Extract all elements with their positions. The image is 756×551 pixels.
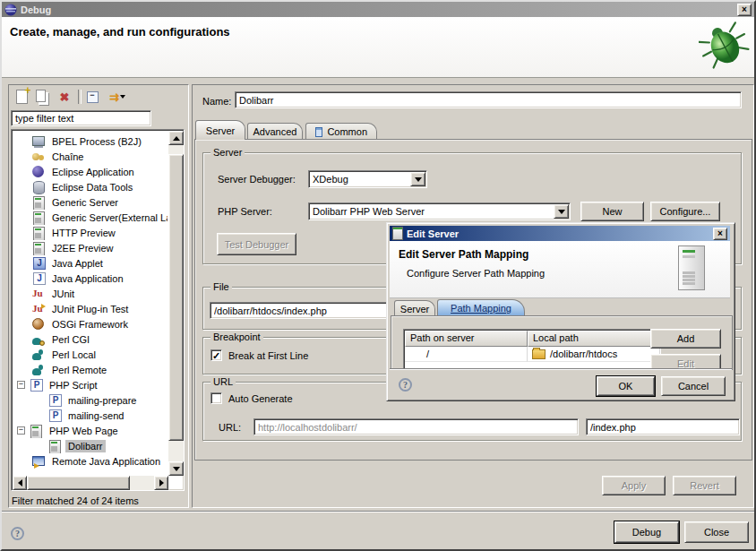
horizontal-scroll-thumb[interactable] xyxy=(27,476,130,490)
tree-item-php-script[interactable]: −PHP Script xyxy=(13,377,168,392)
url-base-input xyxy=(253,418,579,435)
revert-button[interactable]: Revert xyxy=(673,476,736,495)
filter-input[interactable] xyxy=(11,110,151,126)
chain-icon xyxy=(31,150,46,164)
combo-dropdown-icon[interactable] xyxy=(410,172,425,186)
server-tower-icon xyxy=(678,245,705,290)
tab-advanced[interactable]: Advanced xyxy=(247,123,303,140)
dialog-close-button[interactable]: × xyxy=(713,228,727,240)
perl-cgi-icon xyxy=(31,332,46,347)
add-mapping-button[interactable]: Add xyxy=(650,329,721,349)
dialog-header: Edit Server Path Mapping Configure Serve… xyxy=(390,241,730,298)
filter-configurations-icon[interactable]: ⇉ xyxy=(104,88,131,106)
bug-icon xyxy=(699,20,751,70)
dialog-tab-path-mapping[interactable]: Path Mapping xyxy=(437,299,525,316)
java-application-icon xyxy=(31,271,46,286)
window-close-button[interactable]: × xyxy=(737,4,752,16)
tab-common[interactable]: Common xyxy=(305,123,377,140)
url-label: URL: xyxy=(219,422,241,433)
delete-configuration-icon[interactable]: ✖ xyxy=(55,88,74,106)
server-group-title: Server xyxy=(210,147,245,158)
break-first-line-checkbox[interactable]: ✓ xyxy=(210,349,222,361)
configuration-tree: BPEL Process (B2J) Chaîne Eclipse Applic… xyxy=(11,129,185,491)
tab-server[interactable]: Server xyxy=(195,120,245,140)
server-icon xyxy=(31,211,46,225)
test-debugger-button[interactable]: Test Debugger xyxy=(217,233,296,255)
server-icon xyxy=(47,439,62,453)
tree-item-java-applet[interactable]: Java Applet xyxy=(13,255,168,271)
close-button[interactable]: Close xyxy=(684,521,749,543)
tree-item-j2ee-preview[interactable]: J2EE Preview xyxy=(13,240,168,255)
tree-item-perl-remote[interactable]: Perl Remote xyxy=(13,362,168,377)
tree-item-chaine[interactable]: Chaîne xyxy=(13,149,168,164)
cancel-button[interactable]: Cancel xyxy=(661,376,726,396)
tree-item-generic-server-external[interactable]: Generic Server(External La xyxy=(13,210,168,225)
server-icon xyxy=(392,227,403,240)
tree-item-junit[interactable]: JUnit xyxy=(13,286,168,301)
url-group-title: URL xyxy=(210,376,236,387)
tree-vertical-scrollbar[interactable] xyxy=(168,131,184,476)
column-header-path-on-server[interactable]: Path on server xyxy=(405,331,528,347)
tree-item-dolibarr[interactable]: Dolibarr xyxy=(13,438,168,453)
column-header-local-path[interactable]: Local path xyxy=(528,331,660,347)
tree-item-generic-server[interactable]: Generic Server xyxy=(13,194,168,210)
vertical-scroll-thumb[interactable] xyxy=(168,154,184,441)
tree-item-http-preview[interactable]: HTTP Preview xyxy=(13,225,168,240)
tree-rows: BPEL Process (B2J) Chaîne Eclipse Applic… xyxy=(13,133,168,469)
php-icon xyxy=(47,393,62,408)
collapse-toggle[interactable]: − xyxy=(17,426,25,435)
combo-dropdown-icon[interactable] xyxy=(554,204,569,219)
collapse-toggle[interactable]: − xyxy=(17,381,25,389)
tree-item-eclipse-data-tools[interactable]: Eclipse Data Tools xyxy=(13,179,168,194)
server-icon xyxy=(31,195,46,210)
php-icon xyxy=(47,409,62,423)
tree-item-junit-plugin-test[interactable]: JUnit Plug-in Test xyxy=(13,301,168,316)
ok-button[interactable]: OK xyxy=(597,376,655,396)
configurations-panel: ✖ − ⇉ BPEL Process (B2J) Chaîne Eclipse … xyxy=(8,84,189,508)
dialog-button-bar: ? OK Cancel xyxy=(390,368,732,399)
server-debugger-combo[interactable]: XDebug xyxy=(308,170,427,188)
remote-java-icon xyxy=(31,454,46,469)
tree-item-java-application[interactable]: Java Application xyxy=(13,271,168,286)
scroll-down-button[interactable] xyxy=(168,461,184,476)
tree-item-perl-cgi[interactable]: Perl CGI xyxy=(13,331,168,347)
junit-icon xyxy=(31,287,46,301)
tree-item-php-web-page[interactable]: −PHP Web Page xyxy=(13,423,168,438)
duplicate-configuration-icon[interactable] xyxy=(33,88,53,106)
configure-server-button[interactable]: Configure... xyxy=(650,202,720,221)
tree-item-remote-java-application[interactable]: Remote Java Application xyxy=(13,453,168,469)
server-icon xyxy=(31,241,46,255)
apply-button[interactable]: Apply xyxy=(602,476,666,495)
scroll-left-button[interactable] xyxy=(13,476,27,490)
tree-item-mailing-prepare[interactable]: mailing-prepare xyxy=(13,392,168,408)
debug-button[interactable]: Debug xyxy=(614,521,679,543)
dialog-title: Edit Server xyxy=(407,228,713,239)
php-server-combo[interactable]: Dolibarr PHP Web Server xyxy=(308,202,571,220)
dialog-help-icon[interactable]: ? xyxy=(399,378,412,392)
scroll-right-button[interactable] xyxy=(154,476,168,490)
table-cell-server-path[interactable]: / xyxy=(405,347,528,362)
tree-item-eclipse-application[interactable]: Eclipse Application xyxy=(13,164,168,179)
tree-item-osgi-framework[interactable]: OSGi Framework xyxy=(13,316,168,331)
debug-configurations-window: Debug × Create, manage, and run configur… xyxy=(0,0,756,551)
new-configuration-icon[interactable] xyxy=(12,88,31,106)
new-server-button[interactable]: New xyxy=(580,202,644,221)
osgi-icon xyxy=(31,317,46,331)
banner: Create, manage, and run configurations xyxy=(2,17,754,78)
name-input[interactable] xyxy=(235,91,742,108)
tree-item-perl-local[interactable]: Perl Local xyxy=(13,347,168,362)
scroll-up-button[interactable] xyxy=(168,131,184,145)
help-icon[interactable]: ? xyxy=(11,527,24,540)
tree-item-bpel-process[interactable]: BPEL Process (B2J) xyxy=(13,133,168,149)
tree-horizontal-scrollbar[interactable] xyxy=(13,476,168,490)
table-cell-local-path[interactable]: /dolibarr/htdocs xyxy=(528,347,660,362)
path-mapping-table: Path on server Local path / /dolibarr/ht… xyxy=(403,329,661,370)
eclipse-icon xyxy=(4,4,17,16)
dialog-tab-server[interactable]: Server xyxy=(394,300,435,316)
tree-item-mailing-send[interactable]: mailing-send xyxy=(13,408,168,423)
auto-generate-checkbox[interactable] xyxy=(210,392,222,404)
auto-generate-label: Auto Generate xyxy=(228,393,293,404)
url-path-input[interactable] xyxy=(586,418,740,435)
collapse-all-icon[interactable]: − xyxy=(82,88,102,106)
dialog-subheading: Configure Server Path Mapping xyxy=(407,268,545,279)
